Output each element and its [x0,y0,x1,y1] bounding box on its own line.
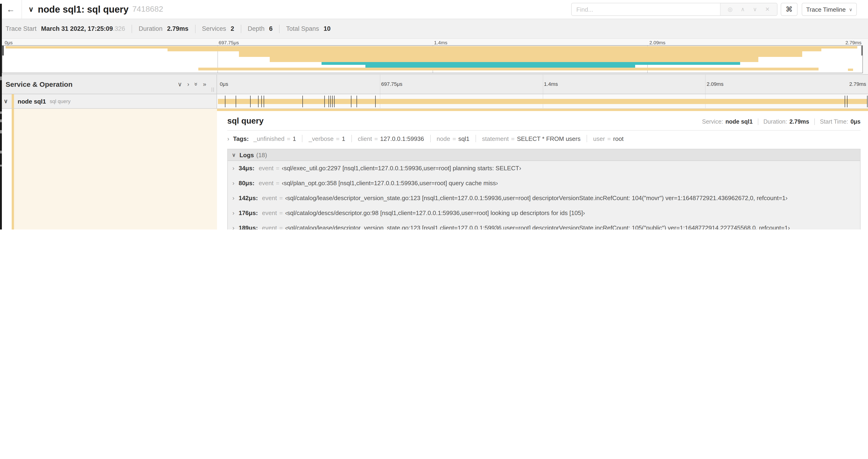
logs-header[interactable]: ∨ Logs (18) [228,149,860,161]
log-marker-tick [867,96,868,107]
span-row-bar-cell[interactable] [217,94,868,109]
axis-tick-label: 697.75μs [219,40,239,45]
edge-strip-mark [0,130,2,133]
span-detail-panel: sql query Service:node sql1Duration:2.79… [217,109,868,230]
tag-equals: = [374,135,378,142]
log-entry-row[interactable]: ›189μs:event=‹sql/catalog/lease/descript… [228,223,860,230]
trace-id: 7418682 [132,5,163,14]
log-marker-tick [250,96,251,107]
chevron-right-icon[interactable]: › [232,179,235,187]
log-entry-row[interactable]: ›176μs:event=‹sql/catalog/descs/descript… [228,208,860,223]
chevron-right-icon[interactable]: › [232,195,235,201]
tag-item: _verbose=1 [309,135,345,142]
log-marker-tick [324,96,325,107]
tag-value: 127.0.0.1:59936 [380,135,424,142]
clear-find-icon[interactable]: ✕ [764,6,771,12]
log-field-equals: = [279,209,283,217]
chevron-right-icon[interactable]: › [232,165,235,172]
span-duration-bar[interactable] [218,99,867,104]
command-icon: ⌘ [786,5,793,13]
view-selector-button[interactable]: Trace Timeline ∨ [802,3,857,16]
log-field-key: event [262,209,277,217]
keyboard-shortcuts-button[interactable]: ⌘ [781,3,798,16]
meta-value: 2.79ms [789,119,809,125]
summary-value: March 31 2022, 17:25:09.326 [41,25,125,32]
log-timestamp: 34μs: [239,165,254,172]
find-group: ◎∧∨✕ [571,3,777,16]
tag-key: node [437,135,450,142]
edge-strip-mark [0,120,2,122]
span-accent-bar [217,109,868,111]
log-marker-tick [356,96,357,107]
summary-item: Total Spans 10 [286,25,331,32]
tag-item: user=root [593,135,624,142]
log-timestamp: 142μs: [239,195,258,201]
chevron-right-icon[interactable]: › [227,135,229,142]
logs-label: Logs [239,151,254,158]
chevron-down-icon[interactable]: ∨ [232,152,236,158]
summary-item: Trace Start March 31 2022, 17:25:09.326 [6,25,125,32]
axis-tick-label: 1.4ms [544,81,558,87]
locate-icon[interactable]: ◎ [727,6,734,12]
back-arrow-icon[interactable]: ← [4,5,18,14]
axis-tick-label: 1.4ms [434,40,447,45]
meta-label: Service: [702,119,723,125]
tag-equals: = [336,135,340,142]
axis-tick-label: 2.09ms [707,81,723,87]
trace-summary-bar: Trace Start March 31 2022, 17:25:09.326D… [0,19,868,39]
next-match-icon[interactable]: ∨ [752,6,758,12]
span-detail-panel-wrap: sql query Service:node sql1Duration:2.79… [217,109,868,230]
log-marker-tick [225,96,225,107]
tag-key: _unfinished [253,135,284,142]
minimap-canvas[interactable] [2,45,863,73]
log-field-equals: = [279,224,283,230]
log-marker-tick [302,96,303,107]
expand-one-icon[interactable]: › [187,81,189,87]
find-input[interactable] [572,3,720,15]
minimap-left-scrubber[interactable] [2,46,3,56]
service-color-stripe [12,109,14,230]
expand-all-icon[interactable]: » [203,81,206,87]
log-marker-tick [328,96,329,107]
tag-separator [302,135,303,142]
meta-separator [814,119,815,125]
collapse-all-icon[interactable]: ∨ [178,81,182,87]
minimap-span-bar [167,48,821,51]
span-row-name-cell[interactable]: ∨ node sql1 sql query [0,94,217,109]
meta-label: Duration: [764,119,787,125]
service-operation-header: Service & Operation ∨›»» || [0,75,217,94]
prev-match-icon[interactable]: ∧ [740,6,746,12]
trace-collapse-chevron-icon[interactable]: ∨ [28,5,34,13]
minimap-span-bar [239,51,802,57]
log-entry-row[interactable]: ›80μs:event=‹sql/plan_opt.go:358 [nsql1,… [228,179,860,194]
minimap-right-scrubber[interactable] [861,46,862,56]
back-button-area: ← [0,0,22,19]
view-selector-label: Trace Timeline [806,6,846,13]
log-field-value: ‹sql/catalog/descs/descriptor.go:98 [nsq… [285,209,585,217]
meta-separator [758,119,758,125]
log-entry-row[interactable]: ›142μs:event=‹sql/catalog/lease/descript… [228,194,860,208]
summary-separator [279,25,280,33]
log-field-key: event [262,195,277,201]
summary-value-suffix: .326 [113,25,125,32]
tag-item: _unfinished=1 [253,135,296,142]
summary-value: 10 [323,25,331,32]
log-field-key: event [259,165,274,172]
page-header: ← ∨ node sql1: sql query 7418682 ◎∧∨✕ ⌘ … [0,0,868,19]
logs-list: ›34μs:event=‹sql/exec_util.go:2297 [nsql… [228,161,860,230]
collapse-deep-icon[interactable]: » [194,81,198,87]
summary-item: Duration 2.79ms [138,25,188,32]
minimap-span-bar [270,57,758,62]
column-resizer-handle[interactable]: || [211,87,215,92]
tags-row[interactable]: › Tags: _unfinished=1_verbose=1client=12… [227,134,861,143]
meta-value: 0μs [850,119,861,125]
log-entry-row[interactable]: ›34μs:event=‹sql/exec_util.go:2297 [nsql… [228,164,860,179]
chevron-right-icon[interactable]: › [232,224,235,230]
log-marker-tick [330,96,331,107]
span-detail-title: sql query [227,116,264,126]
tag-key: user [593,135,605,142]
axis-tick-label: 2.09ms [649,40,665,45]
chevron-right-icon[interactable]: › [232,209,235,217]
tag-equals: = [608,135,611,142]
span-collapse-chevron-icon[interactable]: ∨ [4,98,8,104]
